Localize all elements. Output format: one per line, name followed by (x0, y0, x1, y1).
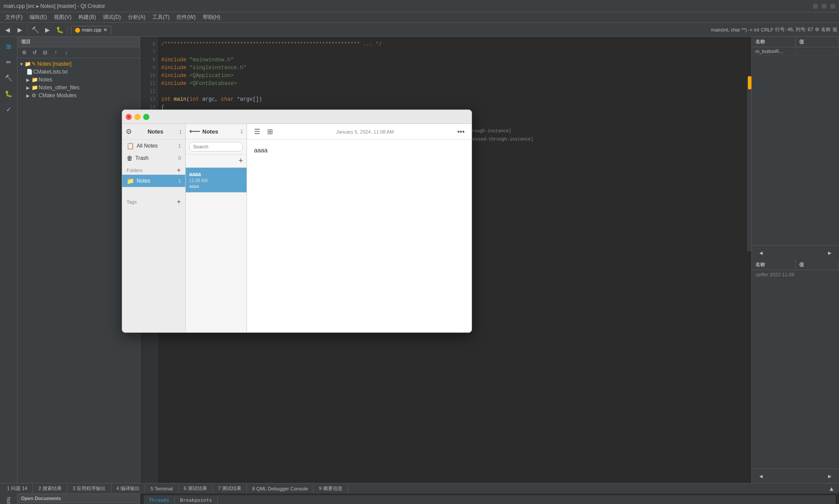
tree-toggle: ▼ (19, 62, 25, 67)
file-tab-label: main.cpp (82, 27, 102, 32)
notes-modal: ✕ ⚙ Notes 1 📋 All Notes 1 🗑 Trash 0 Fold… (122, 109, 472, 333)
notes-list-back-btn[interactable]: ⟵ (189, 127, 201, 136)
toolbar-forward-btn[interactable]: ▶ (14, 25, 25, 35)
project-down-btn[interactable]: ↓ (61, 48, 71, 57)
notes-editor-toolbar: ☰ ⊞ January 5, 2024, 11:08 AM ••• (247, 124, 472, 140)
tree-item-notes-folder[interactable]: ▶ 📁 Notes (18, 76, 140, 84)
notes-all-notes[interactable]: 📋 All Notes 1 (122, 140, 185, 152)
notes-search-input[interactable] (189, 142, 243, 152)
menu-tools[interactable]: 工具(T) (149, 13, 173, 22)
notes-tags-header: Tags + (122, 196, 185, 206)
toolbar-debug-btn[interactable]: 🐛 (54, 25, 65, 35)
notes-editor-date: January 5, 2024, 11:08 AM (278, 129, 452, 134)
project-collapse-btn[interactable]: ⊟ (40, 48, 50, 57)
menu-view[interactable]: 视图(V) (50, 13, 75, 22)
notes-view-grid-btn[interactable]: ⊞ (265, 127, 275, 137)
bottom-tab-test-results[interactable]: 6 测试结果 (179, 484, 213, 493)
right-cell-name: m_buttonR... (752, 47, 796, 55)
notes-list-header: ⟵ Notes 1 (186, 124, 247, 139)
close-btn[interactable] (830, 4, 835, 9)
bottom-tab-qml[interactable]: 8 QML Debugger Console (247, 485, 314, 493)
tree-item-notes-other[interactable]: ▶ 📁 Notes_other_files (18, 84, 140, 92)
bottom-tab-compile[interactable]: 4 编译输出 (111, 484, 145, 493)
project-up-btn[interactable]: ↑ (51, 48, 60, 57)
menu-bar: 文件(F) 编辑(E) 视图(V) 构建(B) 调试(D) 分析(A) 工具(T… (0, 12, 839, 23)
menu-edit[interactable]: 编辑(E) (26, 13, 50, 22)
notes-list-count: 1 (240, 129, 243, 134)
notes-body: ⚙ Notes 1 📋 All Notes 1 🗑 Trash 0 Folder… (122, 124, 472, 332)
notes-note-item-aaaa[interactable]: aaaa 11:08 AM aaaa (186, 168, 247, 193)
minimize-btn[interactable] (813, 4, 818, 9)
tree-item-cmakelists[interactable]: 📄 CMakeLists.txt (18, 68, 140, 76)
toolbar-settings-icon[interactable]: ⚙ (815, 27, 819, 32)
menu-file[interactable]: 文件(F) (2, 13, 26, 22)
right-bot-scroll-left[interactable]: ◀ (755, 471, 767, 481)
tree-item-notes-master[interactable]: ▼ 📁 ✎ Notes [master] (18, 60, 140, 68)
right-col-value: 值 (796, 37, 839, 47)
icon-debug[interactable]: 🐛 (1, 86, 17, 102)
notes-sidebar-count: 1 (179, 129, 182, 134)
tree-toggle-cmake: ▶ (26, 93, 32, 98)
icon-test[interactable]: ✓ (1, 102, 17, 117)
bottom-tab-terminal[interactable]: 5 Terminal (145, 485, 179, 493)
project-header-label: 项目 (21, 39, 31, 45)
main-toolbar: ◀ ▶ 🔨 ▶ 🐛 ⬤ main.cpp ✕ main(int, char **… (0, 23, 839, 37)
file-tab[interactable]: ⬤ main.cpp ✕ (71, 26, 111, 34)
notes-more-btn[interactable]: ••• (455, 127, 466, 137)
bottom-tab-search[interactable]: 2 搜索结果 (33, 484, 67, 493)
notes-editor: ☰ ⊞ January 5, 2024, 11:08 AM ••• aaaa (247, 124, 472, 332)
tab-threads[interactable]: Threads (144, 496, 175, 504)
left-bottom-container: Notes Release (0, 493, 18, 504)
notes-min-btn[interactable] (134, 114, 141, 120)
right-scroll-left[interactable]: ◀ (755, 247, 767, 258)
toolbar-build-btn[interactable]: 🔨 (29, 25, 41, 35)
right-bot-scroll-right[interactable]: ▶ (824, 471, 835, 481)
bottom-tab-test-results2[interactable]: 7 测试结果 (213, 484, 247, 493)
menu-help[interactable]: 帮助(H) (199, 13, 224, 22)
icon-edit[interactable]: ✏ (1, 54, 17, 70)
right-scroll-right[interactable]: ▶ (824, 247, 835, 258)
notes-editor-content[interactable]: aaaa (247, 140, 472, 332)
bottom-tab-problems[interactable]: 1 问题 14 (2, 484, 33, 493)
notes-close-btn[interactable]: ✕ (126, 114, 132, 120)
toolbar-back-btn[interactable]: ◀ (2, 25, 13, 35)
left-sidebar-notes[interactable]: Notes (5, 495, 12, 504)
tree-item-cmake-modules[interactable]: ▶ ⚙ CMake Modules (18, 92, 140, 99)
menu-controls[interactable]: 控件(W) (173, 13, 199, 22)
notes-view-list-btn[interactable]: ☰ (252, 127, 262, 137)
add-note-btn[interactable]: + (238, 156, 243, 166)
menu-debug[interactable]: 调试(D) (99, 13, 124, 22)
bottom-tab-app-output[interactable]: 3 应用程序输出 (67, 484, 111, 493)
notes-search-bar (186, 139, 247, 155)
notes-list-title: Notes (202, 128, 239, 135)
add-folder-btn[interactable]: + (177, 167, 181, 174)
tab-breakpoints[interactable]: Breakpoints (175, 496, 218, 504)
project-filter-btn[interactable]: ⚙ (19, 48, 29, 57)
project-sync-btn[interactable]: ↺ (30, 48, 39, 57)
notes-settings-icon[interactable]: ⚙ (126, 127, 132, 136)
window-controls[interactable] (813, 4, 835, 9)
maximize-btn[interactable] (821, 4, 827, 9)
toolbar-run-btn[interactable]: ▶ (42, 25, 53, 35)
notes-trash[interactable]: 🗑 Trash 0 (122, 152, 185, 164)
icon-build[interactable]: 🔨 (1, 70, 17, 86)
file-tab-close[interactable]: ✕ (103, 27, 107, 33)
right-panel-header: 名称 值 (752, 37, 839, 47)
notes-folder-notes[interactable]: 📁 Notes 1 (122, 175, 185, 187)
title-bar: main.cpp [src ▸ Notes] [master] - Qt Cre… (0, 0, 839, 12)
tree-toggle-other: ▶ (26, 85, 32, 90)
icon-project[interactable]: ⊞ (1, 39, 17, 54)
add-tag-btn[interactable]: + (177, 198, 181, 205)
notes-sidebar-title: Notes (134, 128, 177, 135)
notes-max-btn[interactable] (143, 114, 149, 120)
bottom-tab-summary[interactable]: 9 概要信息 (314, 484, 348, 493)
notes-folder-label: Notes (137, 178, 176, 184)
bottom-tabs-expand[interactable]: ▲ (826, 483, 837, 494)
right-panel-row: m_buttonR... (752, 47, 839, 56)
folders-label: Folders (127, 168, 143, 173)
notes-sidebar: ⚙ Notes 1 📋 All Notes 1 🗑 Trash 0 Folder… (122, 124, 186, 332)
menu-analyze[interactable]: 分析(A) (124, 13, 149, 22)
right-panel-note: zjeffer 2022-11-08 (752, 270, 839, 279)
scrollbar-track[interactable] (747, 76, 751, 251)
menu-build[interactable]: 构建(B) (75, 13, 99, 22)
